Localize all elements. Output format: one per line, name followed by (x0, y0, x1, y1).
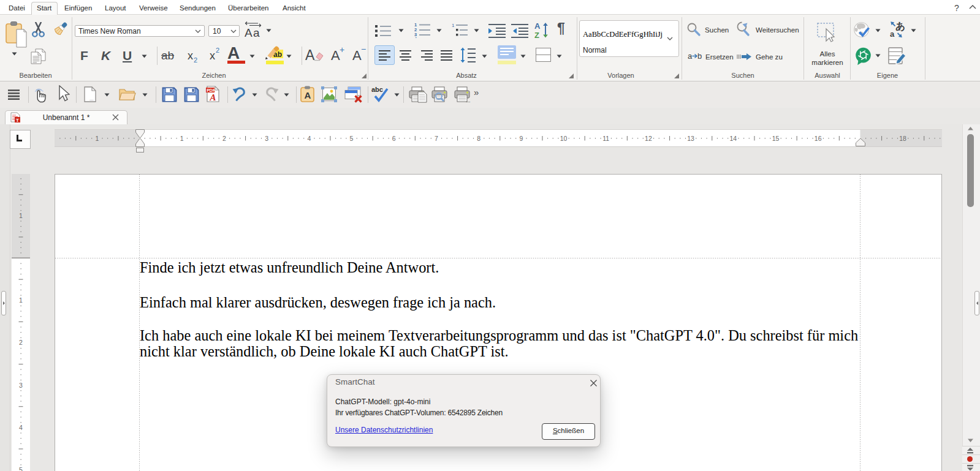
svg-text:15: 15 (772, 135, 780, 142)
svg-text:5: 5 (350, 135, 354, 142)
svg-text:...: ... (89, 96, 94, 102)
svg-text:...: ... (466, 97, 471, 103)
svg-text:3: 3 (265, 135, 268, 142)
svg-text:2: 2 (19, 339, 23, 346)
svg-text:4: 4 (19, 424, 23, 431)
svg-text:1: 1 (19, 212, 23, 219)
svg-text:A: A (210, 92, 216, 102)
svg-text:6: 6 (392, 135, 396, 142)
svg-text:T: T (16, 118, 19, 123)
svg-text:1: 1 (452, 23, 455, 28)
svg-text:1: 1 (180, 135, 184, 142)
svg-text:14: 14 (729, 135, 737, 142)
svg-text:11: 11 (602, 135, 609, 142)
svg-text:12: 12 (645, 135, 652, 142)
svg-text:...: ... (191, 98, 196, 102)
svg-text:4: 4 (307, 135, 311, 142)
svg-text:a: a (890, 29, 895, 38)
svg-text:16: 16 (815, 135, 822, 142)
svg-text:b: b (697, 51, 702, 61)
svg-text:a: a (253, 26, 260, 38)
svg-text:abc: abc (371, 86, 383, 93)
svg-text:A: A (245, 26, 253, 38)
svg-text:あ: あ (895, 21, 905, 32)
svg-text:A: A (534, 21, 541, 31)
svg-text:7: 7 (435, 135, 438, 142)
svg-text:3: 3 (19, 382, 23, 389)
svg-text:13: 13 (687, 135, 694, 142)
svg-text:1: 1 (95, 135, 99, 142)
svg-text:4: 4 (414, 36, 417, 38)
svg-text:9: 9 (519, 135, 523, 142)
svg-text:1: 1 (19, 296, 23, 304)
svg-text:Z: Z (534, 31, 539, 39)
svg-text:8: 8 (477, 135, 481, 142)
svg-text:10: 10 (560, 135, 568, 142)
svg-text:a: a (688, 51, 693, 61)
svg-text:18: 18 (899, 135, 906, 142)
svg-text:2: 2 (222, 135, 226, 142)
svg-text:5: 5 (19, 466, 23, 471)
svg-text:PDF: PDF (207, 88, 216, 92)
svg-text:A: A (305, 90, 311, 100)
